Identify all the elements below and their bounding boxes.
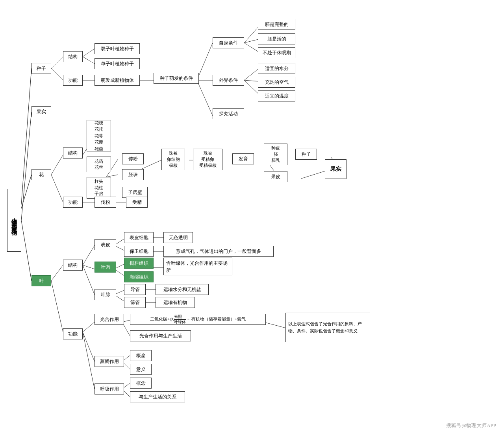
svg-line-14	[244, 39, 260, 43]
svg-line-7	[83, 57, 94, 64]
fruit1-node: 果实	[32, 106, 51, 117]
xylem-func-node: 运输水分和无机盐	[156, 284, 209, 295]
svg-line-52	[83, 332, 94, 389]
xylem-node: 导管	[124, 284, 146, 295]
fert-result-node: 珠被受精卵受精极核	[193, 149, 222, 170]
pollen-transfer-node: 传粉	[122, 153, 144, 164]
flower-outer-node: 花梗花托花萼花瓣雄蕊	[87, 120, 111, 151]
svg-line-4	[51, 57, 63, 68]
pistil-node: 柱头花柱子房	[87, 177, 111, 199]
svg-line-59	[264, 322, 287, 328]
fert-detail-node: 珠被卵细胞极核	[161, 149, 185, 170]
outer3-node: 适宜的温度	[258, 90, 295, 101]
transpire-node: 蒸腾作用	[94, 356, 124, 367]
svg-line-10	[197, 43, 213, 80]
seed-func1-node: 萌发成新植物体	[94, 75, 140, 86]
develop-node: 发育	[232, 153, 254, 164]
resp-concept-node: 概念	[130, 378, 152, 389]
resp-life-node: 与生产生活的关系	[130, 391, 185, 402]
trans-meaning-node: 意义	[130, 364, 152, 375]
svg-line-18	[244, 80, 260, 95]
seed-func-node: 功能	[63, 75, 83, 86]
svg-line-34	[51, 265, 63, 281]
vein-node: 叶脉	[94, 289, 116, 300]
svg-line-17	[244, 80, 260, 81]
outer2-node: 充足的空气	[258, 77, 295, 88]
ovary-wall-node: 子房壁	[122, 187, 148, 198]
svg-line-19	[51, 155, 63, 175]
embryo-sac-node: 胚珠	[122, 169, 144, 180]
seed-struct2-node: 单子叶植物种子	[94, 58, 140, 69]
svg-line-13	[244, 25, 260, 43]
self3-node: 不处于休眠期	[258, 47, 295, 58]
svg-line-35	[51, 281, 63, 332]
seed-result-node: 种子	[295, 149, 317, 160]
seed-node: 种子	[32, 63, 51, 74]
germinate-node: 种子萌发的条件	[154, 73, 199, 84]
respire-node: 呼吸作用	[94, 383, 124, 394]
epi-func1-node: 无色透明	[163, 232, 193, 243]
self2-node: 胚是活的	[258, 33, 295, 44]
func-receive-node: 受精	[126, 197, 148, 208]
photosyn-node: 光合作用	[94, 314, 124, 325]
stamen-node: 花药花丝	[87, 157, 111, 172]
svg-line-2	[21, 175, 32, 208]
palisade-node: 栅栏组织	[124, 258, 154, 269]
leaf-func-node: 功能	[63, 328, 83, 339]
trans-concept-node: 概念	[130, 350, 152, 361]
page-container: 生物圈中的绿色植物 果实 种子 花 叶 结构 功能 双子叶植物种子 单子叶植物种…	[0, 0, 504, 435]
self1-node: 胚是完整的	[258, 19, 295, 30]
phloem-func-node: 运输有机物	[156, 297, 195, 308]
leaf-node: 叶	[32, 275, 51, 286]
epi-cell2-node: 保卫细胞	[124, 246, 154, 257]
svg-line-50	[83, 322, 94, 332]
seed-struct1-node: 双子叶植物种子	[94, 43, 140, 54]
spongy-node: 海绵组织	[124, 271, 154, 282]
flower-func-node: 功能	[63, 197, 83, 208]
leaf-struct-node: 结构	[63, 260, 83, 271]
epidermis-node: 表皮	[94, 239, 116, 250]
seed-parts-node: 种皮胚胚乳	[264, 144, 287, 165]
svg-line-16	[244, 68, 260, 80]
svg-line-20	[51, 175, 63, 202]
svg-line-51	[83, 332, 94, 361]
svg-line-36	[83, 245, 94, 265]
flower-node: 花	[32, 169, 51, 180]
photo-life-node: 光合作用与生产生活	[130, 330, 191, 341]
seed-struct-node: 结构	[63, 51, 83, 62]
epi-func2-node: 形成气孔，气体进出的门户，一般背面多	[163, 246, 274, 257]
svg-line-38	[83, 265, 94, 295]
svg-line-15	[244, 43, 260, 53]
func-pollen-node: 传粉	[94, 197, 116, 208]
meso-func-node: 含叶绿体，光合作用的主要场所	[163, 258, 232, 275]
fruit-result-node: 果实	[325, 159, 346, 179]
svg-line-1	[21, 68, 32, 205]
svg-line-37	[83, 265, 94, 269]
outer-cond-node: 外界条件	[213, 75, 244, 86]
epi-cell1-node: 表皮细胞	[124, 232, 154, 243]
watermark: 搜狐号@物理大师APP	[446, 422, 496, 429]
photo-note-node: 以上表达式包含了光合作用的原料、产物、条件。实际也包含了概念和意义	[285, 313, 370, 342]
svg-line-3	[21, 220, 32, 281]
mesophyll-node: 叶肉	[94, 262, 116, 273]
flower-struct-node: 结构	[63, 147, 83, 159]
svg-line-12	[197, 80, 213, 116]
phloem-node: 筛管	[124, 297, 146, 308]
connector-svg	[0, 0, 504, 435]
root-node: 生物圈中的绿色植物	[7, 189, 21, 252]
outer1-node: 适宜的水分	[258, 63, 295, 74]
photo-formula-node: 二氧化碳+水 光照叶绿体→ 有机物（储存着能量）+氧气	[130, 314, 266, 325]
fruit-skin-node: 果皮	[264, 171, 287, 182]
svg-line-5	[51, 68, 63, 80]
svg-line-0	[21, 112, 32, 220]
explore-node: 探究活动	[213, 108, 244, 119]
self-cond-node: 自身条件	[213, 37, 244, 48]
svg-line-6	[83, 49, 94, 57]
